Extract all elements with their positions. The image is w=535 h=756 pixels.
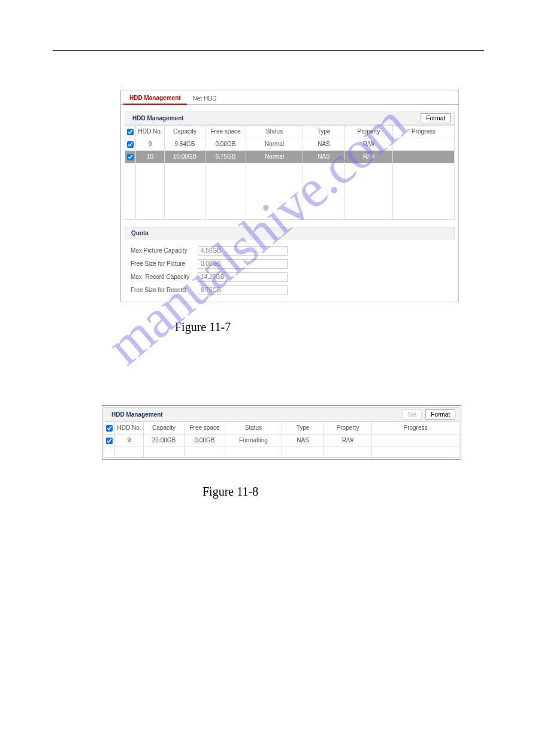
hdd-section-header: HDD Management Format (125, 111, 455, 125)
cell-free: 6.75GB (205, 150, 246, 163)
quota-label: Free Size for Record (127, 287, 198, 293)
table-header-row: HDD No. Capacity Free space Status Type … (125, 126, 455, 138)
quota-row-free-record: Free Size for Record (127, 284, 452, 297)
set-button: Set (402, 409, 422, 420)
col-property: Property (324, 422, 372, 435)
col-free-space: Free space (185, 422, 225, 435)
cell-hdd-no: 9 (136, 138, 165, 150)
cell-progress (393, 150, 455, 163)
cell-type: NAS (282, 434, 324, 447)
table-empty-area (104, 447, 460, 457)
panel-figure-11-8: HDD Management Set Format HDD No. Capaci… (102, 405, 461, 460)
hdd-section-header: HDD Management Set Format (104, 407, 460, 421)
cell-property: R/W (345, 150, 393, 163)
quota-row-free-picture: Free Size for Picture (127, 257, 452, 271)
table-row[interactable]: 10 10.00GB 6.75GB Normal NAS R/W (125, 150, 455, 163)
cell-status: Normal (246, 138, 303, 150)
cell-free: 0.00GB (185, 434, 225, 447)
row-checkbox[interactable] (127, 141, 134, 148)
col-property: Property (345, 126, 393, 138)
max-record-capacity-field (198, 272, 288, 282)
quota-body: Max.Picture Capacity Free Size for Pictu… (125, 242, 455, 297)
figure-caption-11-7: Figure 11-7 (175, 320, 231, 334)
tab-net-hdd[interactable]: Net HDD (187, 92, 223, 104)
col-type: Type (303, 126, 345, 138)
cell-status: Normal (246, 150, 303, 163)
quota-label: Max. Record Capacity (127, 274, 198, 280)
figure-caption-11-8: Figure 11-8 (202, 485, 258, 499)
row-checkbox[interactable] (106, 438, 113, 444)
cell-capacity: 20.00GB (144, 434, 185, 447)
cell-hdd-no: 9 (115, 434, 144, 447)
free-size-picture-field (198, 259, 288, 269)
col-checkbox[interactable] (104, 422, 115, 435)
col-checkbox[interactable] (125, 126, 136, 138)
row-checkbox[interactable] (127, 154, 134, 160)
cell-capacity: 10.00GB (165, 150, 205, 163)
select-all-checkbox[interactable] (127, 129, 134, 135)
table-row[interactable]: 9 9.84GB 0.00GB Normal NAS R/W (125, 138, 455, 150)
quota-row-max-picture: Max.Picture Capacity (127, 244, 452, 257)
col-status: Status (246, 126, 303, 138)
quota-header: Quota (125, 227, 455, 239)
cell-status: Formatting (225, 434, 282, 447)
panel-figure-11-7: HDD Management Net HDD HDD Management Fo… (120, 90, 459, 302)
table-header-row: HDD No. Capacity Free space Status Type … (104, 422, 460, 435)
select-all-checkbox[interactable] (106, 425, 113, 432)
free-size-record-field (198, 286, 288, 295)
cell-property: R/W (324, 434, 372, 447)
table-empty-area (125, 163, 455, 219)
format-button[interactable]: Format (421, 113, 451, 123)
hdd-section-title: HDD Management (129, 115, 421, 122)
format-button[interactable]: Format (425, 409, 455, 420)
col-capacity: Capacity (165, 126, 205, 138)
hdd-table: HDD No. Capacity Free space Status Type … (104, 421, 460, 458)
table-row[interactable]: 9 20.00GB 0.00GB Formatting NAS R/W (104, 434, 460, 447)
quota-label: Max.Picture Capacity (127, 247, 198, 254)
hdd-table: HDD No. Capacity Free space Status Type … (125, 125, 455, 220)
cell-hdd-no: 10 (136, 150, 165, 163)
cell-type: NAS (303, 150, 345, 163)
cell-capacity: 9.84GB (165, 138, 205, 150)
quota-label: Free Size for Picture (127, 260, 198, 267)
quota-row-max-record: Max. Record Capacity (127, 271, 452, 284)
page-top-rule (53, 50, 484, 51)
cell-type: NAS (303, 138, 345, 150)
col-type: Type (282, 422, 324, 435)
tab-bar: HDD Management Net HDD (121, 90, 458, 105)
cell-property: R/W (345, 138, 393, 150)
tab-hdd-management[interactable]: HDD Management (123, 91, 187, 105)
max-picture-capacity-field (198, 246, 288, 256)
col-status: Status (225, 422, 282, 435)
cell-free: 0.00GB (205, 138, 246, 150)
col-hdd-no: HDD No. (136, 126, 165, 138)
col-hdd-no: HDD No. (115, 422, 144, 435)
col-progress: Progress (393, 126, 455, 138)
col-capacity: Capacity (144, 422, 185, 435)
col-free-space: Free space (205, 126, 246, 138)
hdd-section-title: HDD Management (108, 411, 402, 418)
cell-progress (393, 138, 455, 150)
col-progress: Progress (372, 422, 460, 435)
cell-progress (372, 434, 460, 447)
